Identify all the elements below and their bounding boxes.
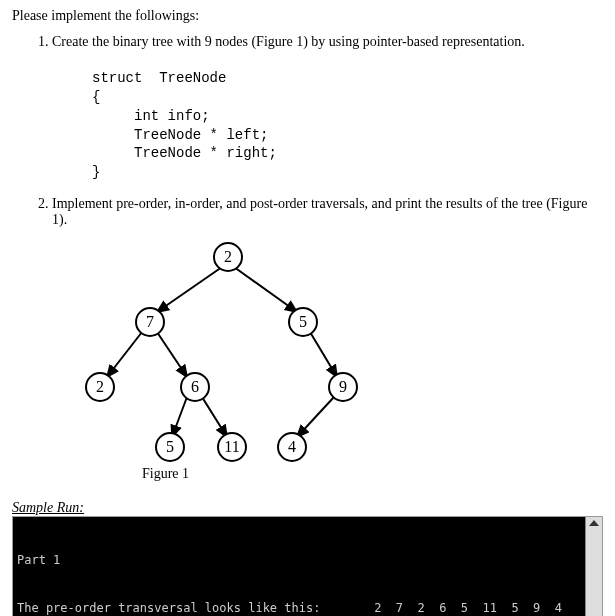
task-2: Implement pre-order, in-order, and post-… <box>52 196 603 228</box>
terminal-line: The pre-order transversal looks like thi… <box>17 600 596 616</box>
code-line: { <box>92 89 100 105</box>
tree-edges <box>72 242 392 462</box>
svg-line-1 <box>234 267 297 312</box>
svg-line-4 <box>310 332 337 377</box>
code-line: int info; <box>92 108 210 124</box>
svg-line-3 <box>157 332 187 377</box>
scroll-up-icon <box>589 520 599 526</box>
preorder-label: The pre-order transversal looks like thi… <box>17 600 320 616</box>
task-1-text: Create the binary tree with 9 nodes (Fig… <box>52 34 525 49</box>
intro-text: Please implement the followings: <box>12 8 603 24</box>
figure-caption: Figure 1 <box>142 466 603 482</box>
sample-run-label: Sample Run: <box>12 500 603 516</box>
svg-line-0 <box>157 267 222 312</box>
svg-line-2 <box>107 332 142 377</box>
scrollbar[interactable] <box>585 517 602 616</box>
preorder-values: 2 7 2 6 5 11 5 9 4 <box>374 600 596 616</box>
task-1: Create the binary tree with 9 nodes (Fig… <box>52 34 603 182</box>
tree-diagram: 2 7 5 2 6 9 5 11 4 <box>72 242 392 462</box>
code-line: } <box>92 164 100 180</box>
task-2-text: Implement pre-order, in-order, and post-… <box>52 196 587 227</box>
code-line: TreeNode * right; <box>92 145 277 161</box>
terminal-line: Part 1 <box>17 552 596 568</box>
code-line: TreeNode * left; <box>92 127 268 143</box>
terminal-output: Part 1 The pre-order transversal looks l… <box>12 516 603 616</box>
code-line: struct TreeNode <box>92 70 226 86</box>
svg-line-7 <box>297 397 334 437</box>
svg-line-5 <box>172 397 187 437</box>
svg-line-6 <box>202 397 227 437</box>
code-block: struct TreeNode { int info; TreeNode * l… <box>92 50 603 182</box>
